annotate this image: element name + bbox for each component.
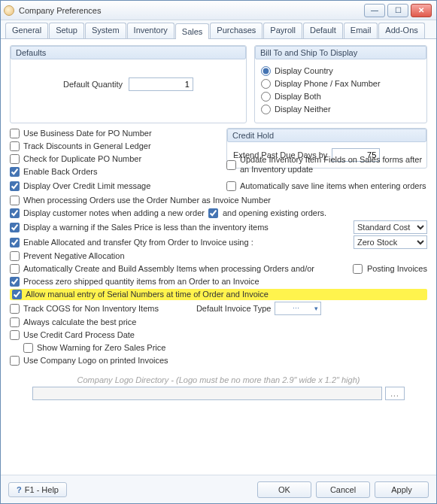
select-zero-stock[interactable]: Zero Stock bbox=[354, 235, 427, 249]
chk-auto-save-lines[interactable] bbox=[226, 181, 236, 191]
radio-display-neither[interactable] bbox=[261, 105, 271, 114]
chevron-down-icon: ▾ bbox=[314, 303, 318, 314]
chk-display-cust-notes[interactable] bbox=[10, 208, 20, 218]
default-invoice-type-combo[interactable]: ⋯ ▾ bbox=[275, 302, 321, 315]
tab-setup[interactable]: Setup bbox=[49, 23, 84, 38]
tab-purchases[interactable]: Purchases bbox=[210, 23, 263, 38]
radio-display-both[interactable] bbox=[261, 92, 271, 102]
default-invoice-type-label: Default Invoice Type bbox=[196, 303, 271, 314]
logo-note: Company Logo Directory - (Logo must be n… bbox=[10, 375, 427, 384]
window-title: Company Preferences bbox=[19, 6, 364, 15]
chk-warn-zero-price[interactable] bbox=[23, 343, 33, 353]
chk-always-best-price[interactable] bbox=[10, 317, 20, 327]
titlebar: Company Preferences — ☐ ✕ bbox=[1, 1, 436, 20]
chk-enable-back-orders[interactable] bbox=[10, 167, 20, 177]
chk-track-cogs[interactable] bbox=[10, 304, 20, 314]
help-button[interactable]: ? F1 - Help bbox=[8, 482, 67, 497]
chk-allow-manual-serial[interactable] bbox=[12, 290, 22, 299]
default-quantity-label: Default Quantity bbox=[63, 80, 123, 89]
app-icon bbox=[4, 5, 14, 16]
chk-enable-allocated[interactable] bbox=[10, 238, 20, 247]
ok-button[interactable]: OK bbox=[257, 481, 311, 498]
group-header-defaults: Defaults bbox=[11, 46, 246, 59]
chk-update-inv-fields[interactable] bbox=[226, 160, 236, 170]
chk-prevent-neg-alloc[interactable] bbox=[10, 251, 20, 261]
logo-path-input[interactable] bbox=[32, 387, 382, 400]
chk-order-as-invoice[interactable] bbox=[10, 196, 20, 205]
chk-display-over-credit[interactable] bbox=[10, 181, 20, 191]
chk-process-zero-shipped[interactable] bbox=[10, 277, 20, 287]
chk-use-business-date[interactable] bbox=[10, 129, 20, 138]
chk-auto-build-assembly[interactable] bbox=[10, 264, 20, 274]
group-header-bill-ship: Bill To and Ship To Display bbox=[255, 46, 426, 59]
maximize-button[interactable]: ☐ bbox=[387, 4, 408, 17]
footer: ? F1 - Help OK Cancel Apply bbox=[1, 475, 436, 503]
tab-general[interactable]: General bbox=[5, 23, 48, 38]
group-bill-ship: Bill To and Ship To Display Display Coun… bbox=[254, 45, 427, 123]
ellipsis-icon: ⋯ bbox=[293, 303, 299, 314]
chk-warn-less-inventory[interactable] bbox=[10, 223, 20, 232]
browse-button[interactable]: ... bbox=[385, 387, 405, 400]
select-cost-basis[interactable]: Standard Cost bbox=[354, 220, 427, 234]
tab-default[interactable]: Default bbox=[303, 23, 343, 38]
tab-email[interactable]: Email bbox=[344, 23, 378, 38]
default-quantity-input[interactable] bbox=[129, 77, 193, 91]
tab-addons[interactable]: Add-Ons bbox=[378, 23, 424, 38]
tab-payroll[interactable]: Payroll bbox=[263, 23, 302, 38]
tab-sales[interactable]: Sales bbox=[175, 23, 210, 39]
tab-system[interactable]: System bbox=[85, 23, 126, 38]
chk-track-discounts[interactable] bbox=[10, 141, 20, 151]
tabs-bar: General Setup System Inventory Sales Pur… bbox=[1, 20, 436, 39]
group-defaults: Defaults Default Quantity bbox=[10, 45, 247, 123]
chk-duplicate-po[interactable] bbox=[10, 154, 20, 164]
radio-display-country[interactable] bbox=[261, 66, 271, 76]
close-button[interactable]: ✕ bbox=[411, 4, 432, 17]
apply-button[interactable]: Apply bbox=[375, 481, 429, 498]
tab-inventory[interactable]: Inventory bbox=[127, 23, 174, 38]
help-icon: ? bbox=[17, 485, 22, 494]
chk-and-opening[interactable] bbox=[208, 208, 218, 218]
chk-cc-process-date[interactable] bbox=[10, 330, 20, 340]
group-header-credit-hold: Credit Hold bbox=[227, 129, 426, 142]
chk-posting-invoices[interactable] bbox=[353, 264, 363, 274]
chk-use-company-logo[interactable] bbox=[10, 356, 20, 366]
radio-display-phone[interactable] bbox=[261, 79, 271, 89]
minimize-button[interactable]: — bbox=[364, 4, 385, 17]
window-company-preferences: Company Preferences — ☐ ✕ General Setup … bbox=[0, 0, 437, 504]
cancel-button[interactable]: Cancel bbox=[316, 481, 370, 498]
